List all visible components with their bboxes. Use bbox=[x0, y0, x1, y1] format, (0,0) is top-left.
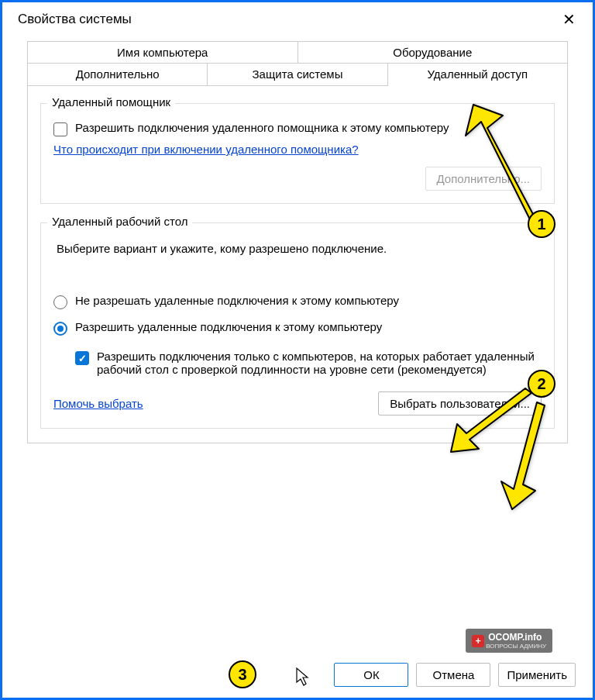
radio-deny-label: Не разрешать удаленные подключения к это… bbox=[75, 294, 399, 307]
tab-content: Удаленный помощник Разрешить подключения… bbox=[27, 86, 568, 443]
system-properties-window: Свойства системы ✕ Имя компьютера Оборуд… bbox=[0, 0, 595, 700]
apply-button[interactable]: Применить bbox=[498, 663, 576, 687]
nla-checkbox[interactable] bbox=[75, 351, 89, 365]
cursor-icon bbox=[295, 667, 311, 687]
plus-icon: + bbox=[472, 635, 484, 647]
assistant-advanced-button[interactable]: Дополнительно... bbox=[425, 167, 542, 191]
group-remote-desktop: Удаленный рабочий стол Выберите вариант … bbox=[40, 222, 555, 429]
group-title: Удаленный помощник bbox=[47, 95, 175, 109]
group-title: Удаленный рабочий стол bbox=[47, 215, 192, 228]
help-choose-link[interactable]: Помочь выбрать bbox=[53, 397, 143, 410]
tab-computer-name[interactable]: Имя компьютера bbox=[28, 42, 298, 63]
radio-allow-connections[interactable] bbox=[53, 322, 67, 336]
watermark: + OCOMP.info ВОПРОСЫ АДМИНУ bbox=[466, 629, 552, 653]
select-users-button[interactable]: Выбрать пользователей... bbox=[378, 391, 542, 416]
annotation-badge-3: 3 bbox=[229, 660, 256, 688]
tab-remote-access[interactable]: Удаленный доступ bbox=[388, 64, 567, 86]
assistant-help-link[interactable]: Что происходит при включении удаленного … bbox=[53, 143, 359, 156]
radio-allow-label: Разрешить удаленные подключения к этому … bbox=[75, 320, 382, 333]
tab-system-protection[interactable]: Защита системы bbox=[208, 64, 387, 85]
tabs: Имя компьютера Оборудование Дополнительн… bbox=[27, 41, 568, 86]
radio-deny-connections[interactable] bbox=[53, 295, 67, 309]
rdp-description: Выберите вариант и укажите, кому разреше… bbox=[57, 242, 542, 255]
nla-label: Разрешить подключения только с компьютер… bbox=[97, 350, 542, 376]
window-title: Свойства системы bbox=[18, 12, 132, 27]
dialog-buttons: ОК Отмена Применить bbox=[334, 663, 576, 687]
close-icon[interactable]: ✕ bbox=[558, 10, 580, 29]
allow-assistant-label: Разрешить подключения удаленного помощни… bbox=[75, 121, 449, 134]
ok-button[interactable]: ОК bbox=[334, 663, 408, 687]
allow-assistant-checkbox[interactable] bbox=[53, 122, 67, 136]
tab-advanced[interactable]: Дополнительно bbox=[28, 64, 208, 85]
tab-hardware[interactable]: Оборудование bbox=[298, 42, 568, 63]
cancel-button[interactable]: Отмена bbox=[416, 663, 490, 687]
titlebar: Свойства системы ✕ bbox=[2, 2, 593, 35]
group-remote-assistant: Удаленный помощник Разрешить подключения… bbox=[40, 103, 555, 204]
